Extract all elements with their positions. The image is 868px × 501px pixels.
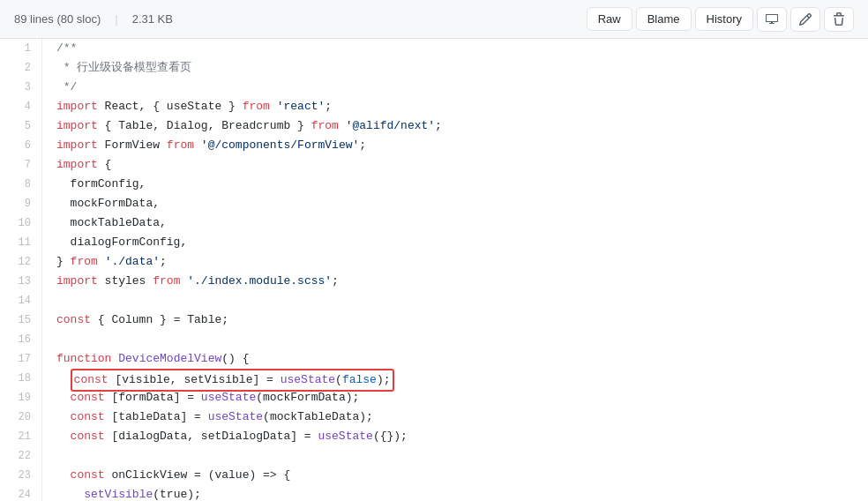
code-line-1: /** <box>42 39 868 58</box>
raw-button[interactable]: Raw <box>587 7 632 31</box>
code-line-16 <box>42 330 868 349</box>
code-line-23: const onClickView = (value) => { <box>42 466 868 485</box>
code-line-21: const [dialogData, setDialogData] = useS… <box>42 427 868 446</box>
code-line-18: const [visible, setVisible] = useState(f… <box>42 369 868 388</box>
code-lines: /** * 行业级设备模型查看页 */ import React, { useS… <box>42 39 868 501</box>
toolbar-actions: Raw Blame History <box>587 7 854 32</box>
delete-button[interactable] <box>824 7 854 32</box>
code-line-9: mockFormData, <box>42 194 868 213</box>
code-line-4: import React, { useState } from 'react'; <box>42 97 868 116</box>
edit-icon <box>798 12 812 26</box>
code-line-15: const { Column } = Table; <box>42 310 868 330</box>
blame-button[interactable]: Blame <box>636 7 692 31</box>
trash-icon <box>832 12 846 26</box>
code-viewer: 1 2 3 4 5 6 7 8 9 10 11 12 13 14 15 16 1… <box>0 39 868 501</box>
code-line-7: import { <box>42 155 868 175</box>
code-line-17: function DeviceModelView() { <box>42 349 868 369</box>
code-line-22 <box>42 446 868 466</box>
code-line-24: setVisible(true); <box>42 485 868 501</box>
monitor-button[interactable] <box>757 7 787 32</box>
line-numbers: 1 2 3 4 5 6 7 8 9 10 11 12 13 14 15 16 1… <box>0 39 42 501</box>
code-line-11: dialogFormConfig, <box>42 233 868 252</box>
line-count: 89 lines (80 sloc) <box>14 12 101 26</box>
code-line-10: mockTableData, <box>42 213 868 233</box>
code-line-3: */ <box>42 78 868 97</box>
code-line-20: const [tableData] = useState(mockTableDa… <box>42 408 868 427</box>
code-line-5: import { Table, Dialog, Breadcrumb } fro… <box>42 116 868 136</box>
code-line-12: } from './data'; <box>42 252 868 272</box>
history-button[interactable]: History <box>695 7 753 31</box>
file-stats: 89 lines (80 sloc) | 2.31 KB <box>14 12 173 26</box>
monitor-icon <box>765 12 779 26</box>
code-line-2: * 行业级设备模型查看页 <box>42 58 868 78</box>
code-line-13: import styles from './index.module.scss'… <box>42 272 868 291</box>
code-line-14 <box>42 291 868 310</box>
edit-button[interactable] <box>790 7 820 32</box>
file-size: 2.31 KB <box>132 12 173 26</box>
code-line-6: import FormView from '@/components/FormV… <box>42 136 868 155</box>
code-line-8: formConfig, <box>42 175 868 194</box>
code-line-19: const [formData] = useState(mockFormData… <box>42 388 868 408</box>
toolbar: 89 lines (80 sloc) | 2.31 KB Raw Blame H… <box>0 0 868 39</box>
